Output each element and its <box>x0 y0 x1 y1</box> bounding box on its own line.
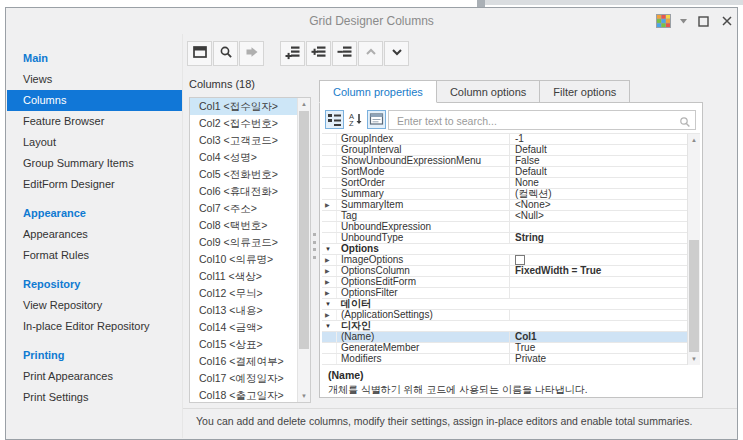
close-icon[interactable] <box>718 13 736 29</box>
scrollbar-thumb[interactable] <box>689 240 699 352</box>
property-value[interactable]: FixedWidth = True <box>509 266 687 276</box>
column-list-item[interactable]: Col6 <휴대전화> <box>190 183 302 200</box>
maximize-icon[interactable] <box>694 13 712 29</box>
sidebar-item-columns[interactable]: Columns <box>7 90 182 111</box>
property-row[interactable]: UnboundTypeString <box>322 233 687 244</box>
property-value[interactable] <box>509 277 687 287</box>
property-value[interactable]: Default <box>509 145 687 155</box>
property-row[interactable]: (Name)Col1 <box>322 332 687 343</box>
column-list-item[interactable]: Col10 <의류명> <box>190 251 302 268</box>
property-row[interactable]: ▶OptionsEditForm <box>322 277 687 288</box>
property-value[interactable]: False <box>509 156 687 166</box>
collapse-triangle-icon[interactable]: ▼ <box>322 321 337 331</box>
property-grid-scrollbar[interactable]: ▲ ▼ <box>687 134 700 365</box>
collapse-triangle-icon[interactable]: ▼ <box>322 244 337 254</box>
sidebar-item-view-repository[interactable]: View Repository <box>7 295 182 316</box>
checkbox-icon[interactable] <box>515 255 525 265</box>
property-row[interactable]: ▶(ApplicationSettings) <box>322 310 687 321</box>
search-input[interactable] <box>395 112 679 130</box>
column-list-item[interactable]: Col3 <고객코드> <box>190 132 302 149</box>
tab-column-options[interactable]: Column options <box>437 80 540 103</box>
property-pages-icon[interactable] <box>367 110 386 129</box>
property-value[interactable] <box>509 222 687 232</box>
property-value[interactable]: String <box>509 233 687 243</box>
property-value[interactable]: Col1 <box>509 332 687 342</box>
column-list-item[interactable]: Col11 <색상> <box>190 268 302 285</box>
property-category-row[interactable]: ▼데이터 <box>322 299 687 310</box>
sidebar-item-feature-browser[interactable]: Feature Browser <box>7 111 182 132</box>
property-row[interactable]: SortModeDefault <box>322 167 687 178</box>
property-row[interactable]: UnboundExpression <box>322 222 687 233</box>
sidebar-item-layout[interactable]: Layout <box>7 132 182 153</box>
column-list-item[interactable]: Col5 <전화번호> <box>190 166 302 183</box>
property-row[interactable]: ▶SummaryItem<None> <box>322 200 687 211</box>
expand-triangle-icon[interactable]: ▶ <box>322 266 337 276</box>
property-row[interactable]: SortOrderNone <box>322 178 687 189</box>
expand-triangle-icon[interactable]: ▶ <box>322 288 337 298</box>
grid-palette-icon[interactable] <box>654 13 672 29</box>
sidebar-item-views[interactable]: Views <box>7 69 182 90</box>
property-row[interactable]: Summary(컬렉션) <box>322 189 687 200</box>
scroll-up-icon[interactable]: ▲ <box>298 98 310 110</box>
property-row[interactable]: ▶ImageOptions <box>322 255 687 266</box>
chevron-down-button[interactable] <box>384 41 409 66</box>
expand-triangle-icon[interactable]: ▶ <box>322 200 337 210</box>
property-value[interactable] <box>509 255 687 265</box>
sidebar-item-format-rules[interactable]: Format Rules <box>7 245 182 266</box>
collapse-triangle-icon[interactable]: ▼ <box>322 299 337 309</box>
property-row[interactable]: ShowUnboundExpressionMenuFalse <box>322 156 687 167</box>
property-value[interactable] <box>509 288 687 298</box>
property-category-row[interactable]: ▼Options <box>322 244 687 255</box>
property-value[interactable]: -1 <box>509 134 687 144</box>
property-value[interactable]: Default <box>509 167 687 177</box>
scrollbar-thumb[interactable] <box>299 111 309 349</box>
column-list-item[interactable]: Col8 <택번호> <box>190 217 302 234</box>
scroll-down-icon[interactable]: ▼ <box>688 353 700 365</box>
property-value[interactable]: (컬렉션) <box>509 189 687 199</box>
column-list-item[interactable]: Col12 <무늬> <box>190 285 302 302</box>
column-list-item[interactable]: Col15 <상표> <box>190 336 302 353</box>
sidebar-item-appearances[interactable]: Appearances <box>7 224 182 245</box>
column-list-item[interactable]: Col16 <결제여부> <box>190 353 302 370</box>
property-row[interactable]: GroupIntervalDefault <box>322 145 687 156</box>
sidebar-item-in-place-editor-repository[interactable]: In-place Editor Repository <box>7 316 182 337</box>
scroll-down-icon[interactable]: ▼ <box>298 390 310 402</box>
property-category-row[interactable]: ▼디자인 <box>322 321 687 332</box>
property-value[interactable] <box>509 310 687 320</box>
column-list-item[interactable]: Col2 <접수번호> <box>190 115 302 132</box>
expand-triangle-icon[interactable]: ▶ <box>322 255 337 265</box>
expand-triangle-icon[interactable]: ▶ <box>322 310 337 320</box>
column-list-item[interactable]: Col13 <내용> <box>190 302 302 319</box>
tab-filter-options[interactable]: Filter options <box>540 80 630 103</box>
column-list-item[interactable]: Col9 <의류코드> <box>190 234 302 251</box>
scroll-up-icon[interactable]: ▲ <box>688 134 700 146</box>
column-list-item[interactable]: Col14 <금액> <box>190 319 302 336</box>
column-list-item[interactable]: Col17 <예정일자> <box>190 370 302 387</box>
categorized-icon[interactable] <box>325 110 344 129</box>
column-list-item[interactable]: Col1 <접수일자> <box>190 98 302 115</box>
insert-column-button[interactable] <box>306 41 331 66</box>
property-row[interactable]: Tag<Null> <box>322 211 687 222</box>
tab-column-properties[interactable]: Column properties <box>319 80 437 103</box>
column-list-item[interactable]: Col7 <주소> <box>190 200 302 217</box>
sidebar-item-print-appearances[interactable]: Print Appearances <box>7 366 182 387</box>
splitter-handle[interactable] <box>313 233 317 259</box>
property-value[interactable]: None <box>509 178 687 188</box>
property-row[interactable]: ▶OptionsFilter <box>322 288 687 299</box>
columns-list-scrollbar[interactable]: ▲ ▼ <box>297 98 310 402</box>
add-column-button[interactable] <box>280 41 305 66</box>
column-list-item[interactable]: Col18 <출고일자> <box>190 387 302 403</box>
property-value[interactable]: True <box>509 343 687 353</box>
property-row[interactable]: GenerateMemberTrue <box>322 343 687 354</box>
property-row[interactable]: ▶OptionsColumnFixedWidth = True <box>322 266 687 277</box>
remove-column-button[interactable] <box>332 41 357 66</box>
dropdown-caret-icon[interactable] <box>674 13 692 29</box>
column-list-item[interactable]: Col4 <성명> <box>190 149 302 166</box>
sidebar-item-group-summary-items[interactable]: Group Summary Items <box>7 153 182 174</box>
property-row[interactable]: GroupIndex-1 <box>322 134 687 145</box>
expand-triangle-icon[interactable]: ▶ <box>322 277 337 287</box>
sort-az-icon[interactable]: A Z <box>346 110 365 129</box>
sidebar-item-print-settings[interactable]: Print Settings <box>7 387 182 408</box>
property-value[interactable]: <Null> <box>509 211 687 221</box>
property-value[interactable]: Private <box>509 354 687 364</box>
